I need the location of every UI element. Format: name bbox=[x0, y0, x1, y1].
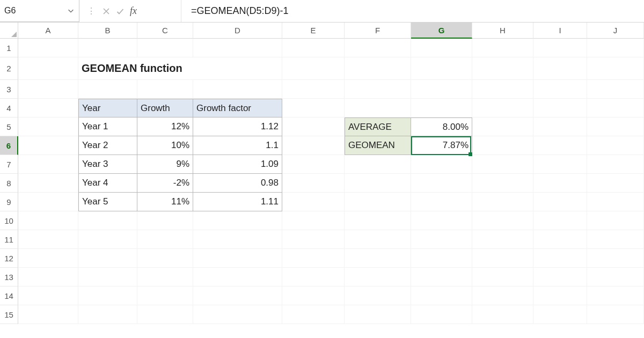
cell-B14[interactable] bbox=[78, 286, 137, 305]
row-header-11[interactable]: 11 bbox=[0, 230, 18, 249]
cell-I6[interactable] bbox=[533, 136, 587, 155]
col-header-E[interactable]: E bbox=[282, 23, 345, 39]
cell-D3[interactable] bbox=[193, 80, 282, 99]
cell-A6[interactable] bbox=[18, 136, 78, 155]
cell-D7[interactable]: 1.09 bbox=[193, 155, 282, 174]
cell-E8[interactable] bbox=[282, 174, 345, 193]
formula-input[interactable]: =GEOMEAN(D5:D9)-1 bbox=[181, 0, 644, 22]
cell-B6[interactable]: Year 2 bbox=[78, 136, 137, 155]
cell-F3[interactable] bbox=[345, 80, 411, 99]
cell-H14[interactable] bbox=[472, 286, 533, 305]
cell-F4[interactable] bbox=[345, 99, 411, 117]
cell-H12[interactable] bbox=[472, 249, 533, 268]
col-header-C[interactable]: C bbox=[137, 23, 193, 39]
col-header-D[interactable]: D bbox=[193, 23, 282, 39]
cancel-icon[interactable] bbox=[102, 7, 111, 16]
cell-C5[interactable]: 12% bbox=[137, 117, 193, 136]
cell-E10[interactable] bbox=[282, 211, 345, 230]
cell-H1[interactable] bbox=[472, 39, 533, 57]
cell-I5[interactable] bbox=[533, 117, 587, 136]
col-header-F[interactable]: F bbox=[345, 23, 411, 39]
cell-J13[interactable] bbox=[587, 268, 644, 286]
cell-I11[interactable] bbox=[533, 230, 587, 249]
cell-A8[interactable] bbox=[18, 174, 78, 193]
cell-C13[interactable] bbox=[137, 268, 193, 286]
cell-I10[interactable] bbox=[533, 211, 587, 230]
cell-G8[interactable] bbox=[411, 174, 472, 193]
cell-E13[interactable] bbox=[282, 268, 345, 286]
cell-J9[interactable] bbox=[587, 193, 644, 211]
cell-E9[interactable] bbox=[282, 193, 345, 211]
row-header-13[interactable]: 13 bbox=[0, 268, 18, 286]
cell-A12[interactable] bbox=[18, 249, 78, 268]
cell-J3[interactable] bbox=[587, 80, 644, 99]
cell-E3[interactable] bbox=[282, 80, 345, 99]
row-header-10[interactable]: 10 bbox=[0, 211, 18, 230]
cell-A13[interactable] bbox=[18, 268, 78, 286]
cell-H7[interactable] bbox=[472, 155, 533, 174]
cell-H9[interactable] bbox=[472, 193, 533, 211]
cell-C12[interactable] bbox=[137, 249, 193, 268]
col-header-I[interactable]: I bbox=[533, 23, 587, 39]
cell-J10[interactable] bbox=[587, 211, 644, 230]
cell-A10[interactable] bbox=[18, 211, 78, 230]
row-header-1[interactable]: 1 bbox=[0, 39, 18, 57]
cell-C11[interactable] bbox=[137, 230, 193, 249]
cell-G9[interactable] bbox=[411, 193, 472, 211]
cell-A15[interactable] bbox=[18, 305, 78, 324]
cell-J12[interactable] bbox=[587, 249, 644, 268]
cell-A1[interactable] bbox=[18, 39, 78, 57]
cell-G10[interactable] bbox=[411, 211, 472, 230]
cell-D15[interactable] bbox=[193, 305, 282, 324]
cell-F5[interactable]: AVERAGE bbox=[345, 117, 411, 136]
cell-A14[interactable] bbox=[18, 286, 78, 305]
cell-J5[interactable] bbox=[587, 117, 644, 136]
cell-I7[interactable] bbox=[533, 155, 587, 174]
cell-D4[interactable]: Growth factor bbox=[193, 99, 282, 117]
cell-F8[interactable] bbox=[345, 174, 411, 193]
cell-G6[interactable]: 7.87% bbox=[411, 136, 472, 155]
col-header-G[interactable]: G bbox=[411, 23, 472, 39]
cell-H10[interactable] bbox=[472, 211, 533, 230]
cell-D14[interactable] bbox=[193, 286, 282, 305]
cell-F6[interactable]: GEOMEAN bbox=[345, 136, 411, 155]
cell-G4[interactable] bbox=[411, 99, 472, 117]
cell-C8[interactable]: -2% bbox=[137, 174, 193, 193]
cell-H6[interactable] bbox=[472, 136, 533, 155]
cell-F1[interactable] bbox=[345, 39, 411, 57]
cell-H11[interactable] bbox=[472, 230, 533, 249]
cell-D6[interactable]: 1.1 bbox=[193, 136, 282, 155]
cell-D12[interactable] bbox=[193, 249, 282, 268]
cell-H15[interactable] bbox=[472, 305, 533, 324]
cell-J6[interactable] bbox=[587, 136, 644, 155]
cell-J14[interactable] bbox=[587, 286, 644, 305]
cell-E5[interactable] bbox=[282, 117, 345, 136]
cell-I3[interactable] bbox=[533, 80, 587, 99]
cell-A3[interactable] bbox=[18, 80, 78, 99]
cell-A9[interactable] bbox=[18, 193, 78, 211]
cell-F7[interactable] bbox=[345, 155, 411, 174]
select-all-triangle[interactable] bbox=[0, 23, 18, 39]
name-box[interactable]: G6 bbox=[0, 0, 79, 22]
cell-G14[interactable] bbox=[411, 286, 472, 305]
cell-B5[interactable]: Year 1 bbox=[78, 117, 137, 136]
col-header-H[interactable]: H bbox=[472, 23, 533, 39]
cell-C4[interactable]: Growth bbox=[137, 99, 193, 117]
cell-G2[interactable] bbox=[411, 57, 472, 80]
cell-I4[interactable] bbox=[533, 99, 587, 117]
cell-F2[interactable] bbox=[345, 57, 411, 80]
cell-G11[interactable] bbox=[411, 230, 472, 249]
cell-J11[interactable] bbox=[587, 230, 644, 249]
cell-D1[interactable] bbox=[193, 39, 282, 57]
row-header-3[interactable]: 3 bbox=[0, 80, 18, 99]
cell-J1[interactable] bbox=[587, 39, 644, 57]
cell-J4[interactable] bbox=[587, 99, 644, 117]
cell-F15[interactable] bbox=[345, 305, 411, 324]
cell-I14[interactable] bbox=[533, 286, 587, 305]
cell-F14[interactable] bbox=[345, 286, 411, 305]
cell-I13[interactable] bbox=[533, 268, 587, 286]
cell-G15[interactable] bbox=[411, 305, 472, 324]
cell-F12[interactable] bbox=[345, 249, 411, 268]
cell-I1[interactable] bbox=[533, 39, 587, 57]
cell-B2[interactable]: GEOMEAN function bbox=[78, 57, 282, 80]
